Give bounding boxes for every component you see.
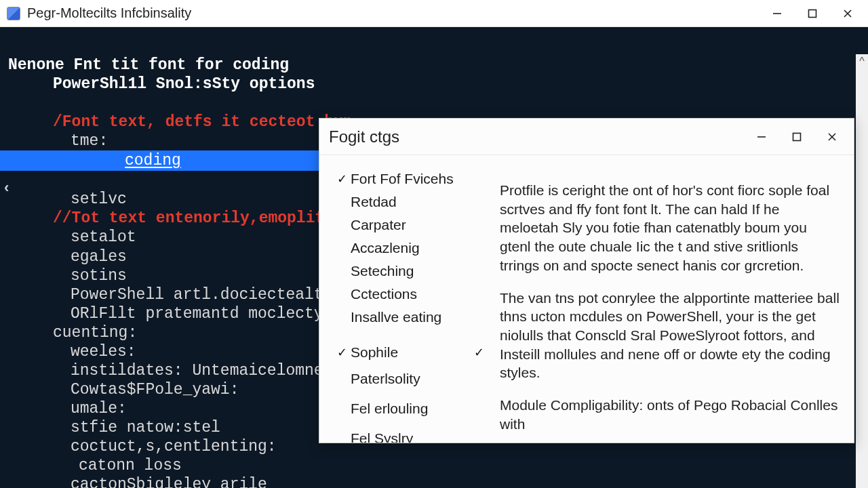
editor-line: instildates: Untemaicelomne:/> <box>8 362 351 380</box>
main-titlebar: Pegr-Moltecilts Infcbinsality <box>0 0 868 27</box>
fold-chevron-left-icon[interactable]: ‹ <box>4 179 9 197</box>
editor-line: setlvc <box>8 190 127 208</box>
dialog-minimize-button[interactable] <box>744 119 779 155</box>
svg-rect-1 <box>809 9 816 17</box>
check-icon: ✓ <box>474 345 492 360</box>
editor-comment: //Tot text entenorily,emoplifent. <box>8 209 361 227</box>
nav-item-seteching[interactable]: Seteching <box>333 260 492 283</box>
editor-heading: Nenone Fnt tit font for coding <box>8 56 289 74</box>
nav-item-paterlsolity[interactable]: Paterlsolity <box>333 364 492 394</box>
nav-item-felsyslry[interactable]: Fel Syslry <box>333 424 492 443</box>
close-button[interactable] <box>830 0 865 26</box>
dialog-paragraph: Module Compligability: onts of Pego Roba… <box>500 396 840 433</box>
nav-label: Insallve eating <box>351 309 441 325</box>
editor-line: tme: <box>8 132 108 150</box>
dialog-body: ✓ Fort Fof Fvicehs Retdad Carpater Accaz… <box>319 155 854 443</box>
vertical-scrollbar[interactable]: ^ <box>856 54 868 488</box>
nav-label: Retdad <box>351 194 397 210</box>
nav-label: Sophile <box>351 344 398 361</box>
dialog-close-button[interactable] <box>814 119 850 155</box>
dialog-titlebar: Fogit ctgs <box>319 119 854 155</box>
editor-area: Nenone Fnt tit font for coding PowerShl1… <box>0 27 868 488</box>
window-buttons <box>760 0 865 26</box>
editor-line: cactonSbigleley_arile <box>8 476 267 488</box>
settings-dialog: Fogit ctgs ✓ Fort Fof Fvicehs <box>319 118 854 443</box>
svg-rect-5 <box>793 133 801 140</box>
editor-selected-text: coding <box>71 152 181 169</box>
nav-item-felerlouling[interactable]: Fel erlouling <box>333 394 492 424</box>
dialog-paragraph: Protfile is ceright the ont of hor's con… <box>500 181 840 275</box>
dialog-maximize-button[interactable] <box>779 119 814 155</box>
editor-line: sotins <box>8 267 127 285</box>
window-title: Pegr-Moltecilts Infcbinsality <box>27 5 760 21</box>
minimize-icon <box>772 9 782 18</box>
editor-line: Cowtas$FPole_yawi: <box>8 381 239 399</box>
nav-item-sophile[interactable]: ✓ Sophile ✓ <box>333 341 492 364</box>
editor-selected-line: coding <box>0 150 326 171</box>
minimize-icon <box>757 132 766 142</box>
editor-line: weeles: <box>8 343 136 361</box>
dialog-content: Protfile is ceright the ont of hor's con… <box>496 155 854 443</box>
editor-subheading: PowerShl1l Snol:sSty options <box>8 75 315 93</box>
nav-item-retdad[interactable]: Retdad <box>333 190 492 214</box>
nav-label: Fel erlouling <box>351 401 428 417</box>
maximize-icon <box>792 132 802 142</box>
editor-line: egales <box>8 248 127 266</box>
editor-line: ORlFllt pratemantd moclecty <box>8 305 323 323</box>
nav-label: Fel Syslry <box>351 430 413 443</box>
nav-label: Paterlsolity <box>351 371 420 387</box>
editor-line: PowerShell artl.dociectealt./ry <box>8 286 361 304</box>
app-icon <box>7 7 20 20</box>
nav-label: Cctections <box>351 286 417 302</box>
check-icon: ✓ <box>333 171 351 186</box>
nav-separator <box>333 329 492 341</box>
nav-item-cctections[interactable]: Cctections <box>333 283 492 306</box>
nav-item-fortfof[interactable]: ✓ Fort Fof Fvicehs <box>333 167 492 190</box>
nav-item-accazlenig[interactable]: Accazlenig <box>333 237 492 260</box>
maximize-button[interactable] <box>795 0 830 26</box>
scroll-up-icon[interactable]: ^ <box>856 54 868 69</box>
editor-line: coctuct,s,centlenting: <box>8 438 277 455</box>
nav-item-carpater[interactable]: Carpater <box>333 214 492 237</box>
editor-line: cuenting: <box>8 324 137 342</box>
dialog-window-buttons <box>744 119 850 155</box>
nav-label: Carpater <box>351 217 406 233</box>
scroll-track[interactable] <box>856 69 868 488</box>
minimize-button[interactable] <box>760 0 795 26</box>
editor-line: setalot <box>8 228 136 246</box>
editor-line: catonn loss <box>8 457 182 474</box>
nav-label: Seteching <box>351 263 414 279</box>
close-icon <box>843 9 852 18</box>
dialog-paragraph: The van tns pot conrylee the alpportinte… <box>500 289 840 383</box>
maximize-icon <box>808 9 817 18</box>
check-icon: ✓ <box>333 345 351 360</box>
close-icon <box>827 132 837 142</box>
nav-label: Accazlenig <box>351 240 420 256</box>
dialog-nav: ✓ Fort Fof Fvicehs Retdad Carpater Accaz… <box>319 155 496 443</box>
dialog-title: Fogit ctgs <box>329 127 744 146</box>
nav-label: Fort Fof Fvicehs <box>351 171 454 187</box>
editor-line: stfie natow:stel <box>8 419 220 436</box>
nav-item-insallve[interactable]: Insallve eating <box>333 306 492 329</box>
editor-line: umale: <box>8 400 127 418</box>
editor-comment: /Font text, detfs it cecteot bxp <box>8 113 353 131</box>
